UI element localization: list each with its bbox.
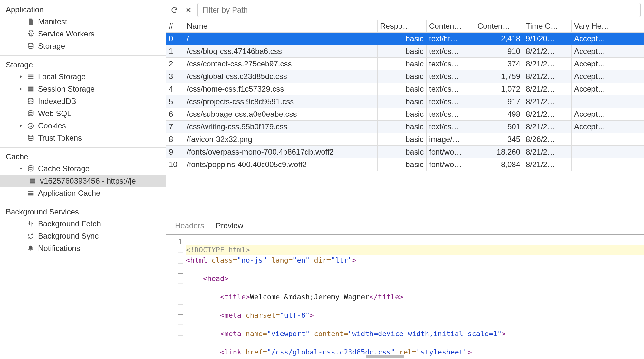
database-icon — [26, 42, 35, 50]
table-icon — [26, 189, 35, 197]
cell-index: 0 — [166, 33, 184, 45]
sidebar-item-label: Background Fetch — [38, 219, 101, 228]
cell-vary-header: Accept… — [572, 108, 644, 121]
cell-response-type: basic — [378, 83, 427, 95]
table-row[interactable]: 8/favicon-32x32.pngbasicimage/…3458/26/2… — [166, 133, 644, 146]
table-row[interactable]: 5/css/projects-css.9c8d9591.cssbasictext… — [166, 95, 644, 108]
chevron-down-icon[interactable] — [19, 166, 23, 171]
file-icon — [26, 17, 35, 26]
cell-content-type: text/cs… — [427, 108, 475, 121]
svg-point-7 — [28, 98, 33, 100]
sidebar-item-local-storage[interactable]: Local Storage — [0, 71, 166, 83]
cell-response-type: basic — [378, 133, 427, 146]
sidebar-item-websql[interactable]: Web SQL — [0, 107, 166, 120]
cell-content-length: 910 — [475, 45, 523, 58]
cell-content-length: 498 — [475, 108, 523, 121]
code-preview: <!DOCTYPE html> <html class="no-js" lang… — [186, 235, 644, 359]
cell-vary-header: Accept… — [572, 70, 644, 83]
col-header-content-length[interactable]: Conten… — [475, 20, 523, 33]
cell-response-type: basic — [378, 58, 427, 70]
svg-point-13 — [31, 126, 32, 127]
table-row[interactable]: 4/css/home-css.f1c57329.cssbasictext/cs…… — [166, 83, 644, 95]
sidebar-item-label: Background Sync — [38, 232, 99, 241]
cell-index: 4 — [166, 83, 184, 95]
filter-input[interactable] — [197, 3, 641, 17]
table-row[interactable]: 0/basictext/ht…2,4189/1/20…Accept… — [166, 33, 644, 45]
cell-time-cached: 8/21/2… — [523, 58, 572, 70]
sidebar-item-label: Cache Storage — [38, 164, 90, 173]
sidebar-item-cache-entry[interactable]: v1625760393456 - https://je — [0, 175, 166, 187]
col-header-name[interactable]: Name — [184, 20, 378, 33]
table-icon — [26, 73, 35, 81]
sidebar-item-storage[interactable]: Storage — [0, 40, 166, 52]
preview-pane[interactable]: 1 – – – – – – – – – <!DOCTYPE html> <htm… — [166, 235, 644, 359]
sidebar-item-session-storage[interactable]: Session Storage — [0, 83, 166, 95]
sidebar-item-trust-tokens[interactable]: Trust Tokens — [0, 132, 166, 144]
cell-response-type: basic — [378, 121, 427, 133]
sidebar-item-notifications[interactable]: Notifications — [0, 242, 166, 254]
cell-content-type: text/cs… — [427, 121, 475, 133]
col-header-vary-header[interactable]: Vary He… — [572, 20, 644, 33]
chevron-right-icon[interactable] — [19, 124, 23, 128]
sync-icon — [26, 232, 35, 240]
svg-point-11 — [31, 125, 32, 126]
cell-content-length: 8,084 — [475, 158, 523, 171]
sidebar-item-label: Storage — [38, 42, 65, 51]
cell-time-cached: 8/21/2… — [523, 158, 572, 171]
table-row[interactable]: 1/css/blog-css.47146ba6.cssbasictext/cs…… — [166, 45, 644, 58]
chevron-right-icon[interactable] — [19, 87, 23, 91]
sidebar-item-background-sync[interactable]: Background Sync — [0, 230, 166, 242]
cell-content-length: 917 — [475, 95, 523, 108]
table-row[interactable]: 2/css/contact-css.275ceb97.cssbasictext/… — [166, 58, 644, 70]
sidebar-item-application-cache[interactable]: Application Cache — [0, 187, 166, 199]
svg-rect-16 — [30, 179, 35, 180]
separator — [0, 147, 166, 148]
svg-point-12 — [30, 126, 31, 127]
sidebar-item-manifest[interactable]: Manifest — [0, 15, 166, 28]
tab-headers[interactable]: Headers — [174, 219, 206, 234]
cell-name: /fonts/overpass-mono-700.4b8617db.woff2 — [184, 146, 378, 158]
database-icon — [26, 165, 35, 173]
cell-vary-header — [572, 146, 644, 158]
cell-content-length: 2,418 — [475, 33, 523, 45]
cell-vary-header: Accept… — [572, 58, 644, 70]
horizontal-scrollbar[interactable] — [366, 355, 404, 358]
cell-vary-header: Accept… — [572, 83, 644, 95]
sidebar-item-service-workers[interactable]: Service Workers — [0, 28, 166, 40]
chevron-right-icon[interactable] — [19, 75, 23, 79]
cell-index: 9 — [166, 146, 184, 158]
cell-vary-header: Accept… — [572, 33, 644, 45]
cell-content-type: text/cs… — [427, 45, 475, 58]
tab-preview[interactable]: Preview — [215, 219, 245, 234]
section-header-background-services: Background Services — [0, 205, 166, 218]
col-header-index[interactable]: # — [166, 20, 184, 33]
sidebar-item-indexeddb[interactable]: IndexedDB — [0, 95, 166, 107]
cell-content-type: text/cs… — [427, 58, 475, 70]
sidebar-item-background-fetch[interactable]: Background Fetch — [0, 218, 166, 230]
cell-content-type: font/wo… — [427, 158, 475, 171]
table-icon — [28, 177, 37, 185]
sidebar-item-cookies[interactable]: Cookies — [0, 120, 166, 132]
table-row[interactable]: 7/css/writing-css.95b0f179.cssbasictext/… — [166, 121, 644, 133]
table-row[interactable]: 9/fonts/overpass-mono-700.4b8617db.woff2… — [166, 146, 644, 158]
database-icon — [26, 134, 35, 142]
cell-response-type: basic — [378, 146, 427, 158]
sidebar-item-label: IndexedDB — [38, 97, 76, 106]
refresh-button[interactable] — [169, 5, 179, 15]
sidebar-item-label: Trust Tokens — [38, 134, 82, 143]
table-row[interactable]: 10/fonts/poppins-400.40c005c9.woff2basic… — [166, 158, 644, 171]
sidebar-item-cache-storage[interactable]: Cache Storage — [0, 163, 166, 175]
toolbar — [166, 0, 644, 20]
clear-button[interactable] — [183, 5, 194, 15]
cell-name: /css/subpage-css.a0e0eabe.css — [184, 108, 378, 121]
table-row[interactable]: 3/css/global-css.c23d85dc.cssbasictext/c… — [166, 70, 644, 83]
svg-point-9 — [28, 123, 34, 129]
col-header-content-type[interactable]: Conten… — [427, 20, 475, 33]
cell-content-length: 345 — [475, 133, 523, 146]
table-row[interactable]: 6/css/subpage-css.a0e0eabe.cssbasictext/… — [166, 108, 644, 121]
cell-index: 5 — [166, 95, 184, 108]
cache-table[interactable]: # Name Respo… Conten… Conten… Time C… Va… — [166, 20, 644, 216]
col-header-time-cached[interactable]: Time C… — [523, 20, 572, 33]
cell-index: 3 — [166, 70, 184, 83]
col-header-response-type[interactable]: Respo… — [378, 20, 427, 33]
